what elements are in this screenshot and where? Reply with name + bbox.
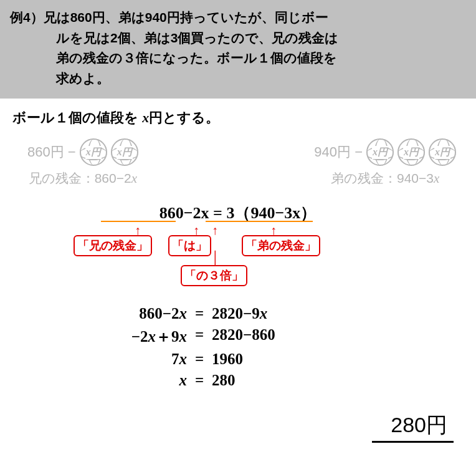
diag-left-start: 860円 −	[27, 143, 76, 162]
step-lhs: −2x＋9x	[0, 326, 187, 347]
eq-sign: =	[187, 326, 212, 347]
step-row: −2x＋9x = 2820−860	[0, 326, 476, 347]
let-var: x	[142, 110, 149, 125]
arrow-icon: ↑	[135, 224, 141, 236]
step-rhs: 280	[212, 372, 476, 389]
step-row: 860−2x = 2820−9x	[0, 305, 476, 322]
diagram-left: 860円 − x円 x円 兄の残金：860−2x	[27, 138, 138, 187]
let-statement: ボール１個の値段を x円とする。	[12, 109, 476, 127]
diag-right-var: x	[434, 171, 439, 186]
annot-3bai: 「の３倍」	[181, 265, 247, 286]
eq-sign: =	[187, 372, 212, 389]
step-lhs: x	[0, 372, 187, 389]
diag-right-label: 弟の残金：940−3	[331, 171, 434, 185]
let-prefix: ボール１個の値段を	[12, 110, 142, 125]
annotation-layer: ↑ ↑ ↑ ↑ 「兄の残金」 「は」 「弟の残金」 │ 「の３倍」	[0, 225, 476, 300]
ball-icon: x円	[366, 138, 394, 166]
problem-line2: ルを兄は2個、弟は3個買ったので、兄の残金は	[10, 28, 466, 49]
underline-right	[206, 221, 313, 222]
ball-icon: x円	[397, 138, 425, 166]
annot-wa: 「は」	[168, 235, 211, 256]
problem-line1: 兄は860円、弟は940円持っていたが、同じボー	[44, 10, 328, 24]
ball-label: x円	[85, 146, 102, 159]
ball-icon: x円	[111, 138, 138, 166]
diag-left-var: x	[131, 171, 137, 186]
problem-line3: 弟の残金の３倍になった。ボール１個の値段を	[10, 48, 466, 69]
ball-label: x円	[117, 146, 133, 159]
eq-sign: =	[187, 350, 212, 368]
main-equation: 860−2x = 3（940−3x）	[0, 202, 476, 224]
ball-icon: x円	[80, 138, 107, 166]
problem-label: 例4）	[10, 10, 44, 24]
step-row: 7x = 1960	[0, 350, 476, 368]
ball-label: x円	[434, 146, 450, 159]
diag-right-bottom: 弟の残金：940−3x	[331, 170, 439, 187]
step-lhs: 7x	[0, 350, 187, 368]
let-suffix: 円とする。	[149, 110, 219, 125]
arrow-icon: ↑	[270, 224, 277, 236]
diagram-right-top: 940円 − x円 x円 x円	[314, 138, 456, 166]
underline-left	[101, 221, 176, 222]
ball-icon: x円	[429, 138, 456, 166]
diagram-right: 940円 − x円 x円 x円 弟の残金：940−3x	[314, 138, 456, 187]
diagram-left-top: 860円 − x円 x円	[27, 138, 138, 166]
diag-left-label: 兄の残金：860−2	[29, 171, 131, 185]
solve-steps: 860−2x = 2820−9x −2x＋9x = 2820−860 7x = …	[0, 305, 476, 389]
step-row: x = 280	[0, 372, 476, 389]
diagram: 860円 − x円 x円 兄の残金：860−2x 940円 − x円 x円 x円…	[0, 132, 476, 190]
diag-left-bottom: 兄の残金：860−2x	[29, 170, 137, 187]
arrow-icon: ↑	[193, 224, 199, 236]
step-rhs: 2820−860	[212, 326, 476, 347]
ball-label: x円	[403, 146, 419, 159]
step-lhs: 860−2x	[0, 305, 187, 322]
problem-box: 例4）兄は860円、弟は940円持っていたが、同じボー ルを兄は2個、弟は3個買…	[0, 0, 476, 99]
step-rhs: 2820−9x	[212, 305, 476, 322]
diag-right-start: 940円 −	[314, 143, 363, 162]
answer: 280円	[372, 411, 454, 443]
annot-brother: 「兄の残金」	[74, 235, 152, 256]
step-rhs: 1960	[212, 350, 476, 368]
annot-otouto: 「弟の残金」	[242, 235, 320, 256]
problem-line4: 求めよ。	[10, 69, 466, 89]
ball-label: x円	[372, 146, 388, 159]
arrow-icon: ↑	[212, 224, 218, 236]
eq-sign: =	[187, 305, 212, 322]
answer-text: 280円	[372, 411, 454, 443]
arrow-icon: │	[212, 251, 220, 264]
